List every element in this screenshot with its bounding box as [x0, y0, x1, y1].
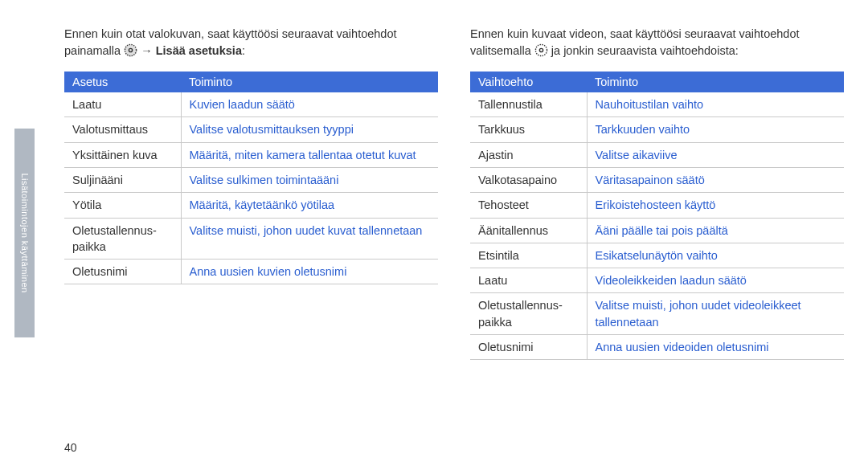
table-row: SuljinääniValitse sulkimen toimintaääni — [64, 167, 438, 192]
table-row: AjastinValitse aikaviive — [470, 142, 844, 167]
intro-left: Ennen kuin otat valokuvan, saat käyttöös… — [64, 26, 438, 62]
svg-point-2 — [539, 48, 542, 51]
table-row: Yksittäinen kuvaMääritä, miten kamera ta… — [64, 142, 438, 167]
table-row: ValotusmittausValitse valotusmittauksen … — [64, 117, 438, 142]
cell: Etsintila — [470, 243, 587, 268]
cell: Erikoistehosteen käyttö — [587, 193, 844, 218]
cell: Laatu — [64, 92, 181, 117]
column-left: Ennen kuin otat valokuvan, saat käyttöös… — [64, 26, 438, 360]
intro-left-b: → — [141, 44, 156, 57]
cell: Laatu — [470, 268, 587, 293]
cell: Tarkkuuden vaihto — [587, 117, 844, 142]
cell: Valotusmittaus — [64, 117, 181, 142]
cell: Tallennustila — [470, 92, 587, 117]
cell: Ääni päälle tai pois päältä — [587, 218, 844, 243]
table-row: TallennustilaNauhoitustilan vaihto — [470, 92, 844, 117]
table-row: EtsintilaEsikatselunäytön vaihto — [470, 243, 844, 268]
table-right: Vaihtoehto Toiminto TallennustilaNauhoit… — [470, 72, 844, 360]
cell: Suljinääni — [64, 167, 181, 192]
cell: Valitse aikaviive — [587, 142, 844, 167]
table-row: Oletustallennus-paikkaValitse muisti, jo… — [470, 293, 844, 335]
side-tab-blank — [14, 0, 35, 129]
table-row: TarkkuusTarkkuuden vaihto — [470, 117, 844, 142]
gear-icon — [124, 43, 137, 62]
cell: Tehosteet — [470, 193, 587, 218]
cell: Tarkkuus — [470, 117, 587, 142]
intro-right: Ennen kuin kuvaat videon, saat käyttöösi… — [470, 26, 844, 62]
th-right-1: Vaihtoehto — [470, 72, 587, 92]
cell: Esikatselunäytön vaihto — [587, 243, 844, 268]
table-left: Asetus Toiminto LaatuKuvien laadun säätö… — [64, 72, 438, 284]
cell: Nauhoitustilan vaihto — [587, 92, 844, 117]
table-row: LaatuKuvien laadun säätö — [64, 92, 438, 117]
side-tab-label: Lisätoimintojen käyttäminen — [20, 173, 30, 292]
side-tab-box: Lisätoimintojen käyttäminen — [14, 129, 35, 337]
cell: Anna uusien kuvien oletusnimi — [181, 260, 438, 284]
table-row: YötilaMääritä, käytetäänkö yötilaa — [64, 193, 438, 218]
table-row: LaatuVideoleikkeiden laadun säätö — [470, 268, 844, 293]
cell: Väritasapainon säätö — [587, 167, 844, 192]
cell: Valitse sulkimen toimintaääni — [181, 167, 438, 192]
intro-left-bold: Lisää asetuksia — [156, 44, 242, 57]
th-right-2: Toiminto — [587, 72, 844, 92]
cell: Määritä, miten kamera tallentaa otetut k… — [181, 142, 438, 167]
cell: Kuvien laadun säätö — [181, 92, 438, 117]
cell: Yksittäinen kuva — [64, 142, 181, 167]
cell: Määritä, käytetäänkö yötilaa — [181, 193, 438, 218]
page: Lisätoimintojen käyttäminen Ennen kuin o… — [0, 0, 868, 470]
table-row: ValkotasapainoVäritasapainon säätö — [470, 167, 844, 192]
table-row: TehosteetErikoistehosteen käyttö — [470, 193, 844, 218]
intro-right-b: ja jonkin seuraavista vaihtoehdoista: — [551, 44, 739, 57]
column-right: Ennen kuin kuvaat videon, saat käyttöösi… — [470, 26, 844, 360]
cell: Yötila — [64, 193, 181, 218]
table-row: OletusnimiAnna uusien kuvien oletusnimi — [64, 260, 438, 284]
th-left-2: Toiminto — [181, 72, 438, 92]
intro-left-d: : — [242, 44, 245, 57]
gear-icon — [534, 43, 548, 62]
cell: Anna uusien videoiden oletusnimi — [587, 335, 844, 360]
cell: Oletustallennus-paikka — [64, 218, 181, 260]
cell: Valitse valotusmittauksen tyyppi — [181, 117, 438, 142]
cell: Valitse muisti, johon uudet videoleikkee… — [587, 293, 844, 335]
table-row: ÄänitallennusÄäni päälle tai pois päältä — [470, 218, 844, 243]
cell: Oletusnimi — [470, 335, 587, 360]
cell: Oletustallennus-paikka — [470, 293, 587, 335]
th-left-1: Asetus — [64, 72, 181, 92]
cell: Oletusnimi — [64, 260, 181, 284]
side-tab: Lisätoimintojen käyttäminen — [14, 0, 35, 470]
table-row: OletusnimiAnna uusien videoiden oletusni… — [470, 335, 844, 360]
svg-point-3 — [535, 44, 547, 55]
cell: Valkotasapaino — [470, 167, 587, 192]
cell: Äänitallennus — [470, 218, 587, 243]
cell: Ajastin — [470, 142, 587, 167]
page-number: 40 — [64, 441, 77, 454]
cell: Videoleikkeiden laadun säätö — [587, 268, 844, 293]
table-row: Oletustallennus-paikkaValitse muisti, jo… — [64, 218, 438, 260]
content-columns: Ennen kuin otat valokuvan, saat käyttöös… — [64, 26, 844, 360]
cell: Valitse muisti, johon uudet kuvat tallen… — [181, 218, 438, 260]
